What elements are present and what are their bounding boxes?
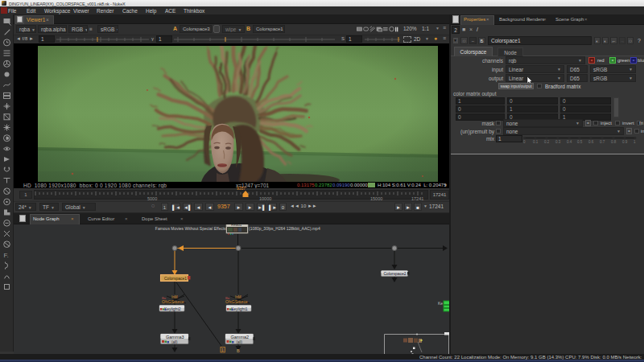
svg-text:Read1: Read1 [231, 224, 242, 227]
svg-text:(all): (all) [171, 340, 178, 344]
svg-text:0.5: 0.5 [577, 140, 583, 144]
svg-text:0.1: 0.1 [533, 140, 539, 144]
svg-text:Ke: Ke [438, 301, 443, 306]
svg-text:Gamma3: Gamma3 [166, 335, 184, 339]
svg-text:(all): (all) [237, 340, 243, 344]
svg-text:0.2: 0.2 [544, 140, 550, 144]
svg-text:0.9: 0.9 [622, 140, 628, 144]
svg-text:1: 1 [221, 348, 224, 352]
svg-text:0.6: 0.6 [588, 140, 594, 144]
svg-text:1: 1 [634, 140, 636, 144]
svg-text:Gamma2: Gamma2 [231, 335, 250, 339]
svg-text:0.4: 0.4 [567, 140, 572, 144]
svg-text:OfxGSource: OfxGSource [162, 299, 184, 304]
svg-text:Colorspace2: Colorspace2 [384, 271, 407, 276]
svg-text:0.3: 0.3 [555, 140, 561, 144]
svg-text:F.: F. [4, 252, 9, 259]
svg-text:Keylight1: Keylight1 [231, 306, 248, 311]
svg-text:OfxGSource: OfxGSource [225, 299, 248, 304]
svg-text:Famous Movies Without Special: Famous Movies Without Special Effects... [155, 226, 229, 231]
svg-text:B: B [237, 348, 240, 353]
svg-text:(1080p_30fps_H264 128kbit_AAC): (1080p_30fps_H264 128kbit_AAC).mp4 [249, 226, 320, 231]
svg-text:0.7: 0.7 [600, 140, 605, 144]
svg-text:0.8: 0.8 [611, 140, 617, 144]
svg-text:Colorspace1: Colorspace1 [164, 276, 187, 281]
svg-text:0: 0 [523, 140, 526, 144]
svg-text:Keylight2: Keylight2 [164, 306, 181, 311]
